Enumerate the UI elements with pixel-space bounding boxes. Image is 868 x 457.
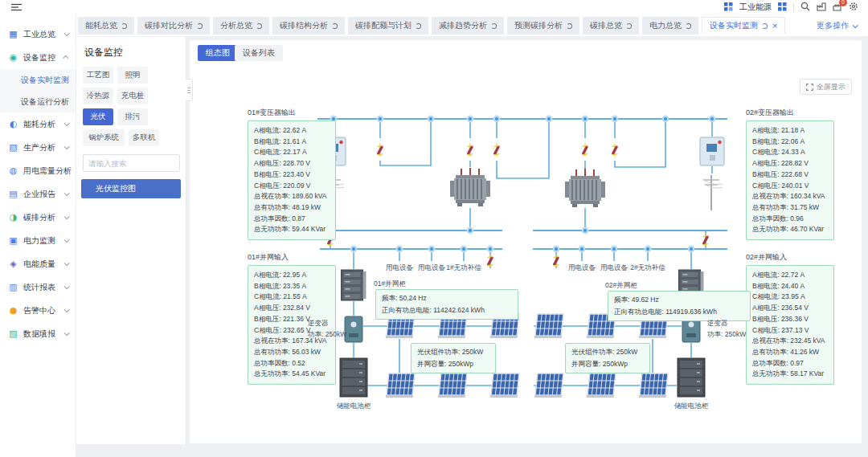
refresh-icon[interactable] [567,23,572,29]
transformer1-output-panel: A相电流: 22.62 A B相电流: 21.61 A C相电流: 22.17 … [248,120,336,240]
data-row: C相电压: 240.01 V [752,181,833,192]
enterprise-icon[interactable] [817,2,826,13]
refresh-icon[interactable] [762,23,768,29]
tab-analysis-overview[interactable]: 分析总览 [213,17,269,35]
category-sewage[interactable]: 排污 [117,108,148,125]
notification-badge: 0 [839,0,847,6]
collapse-menu-icon[interactable] [11,3,22,13]
sidebar-item-power-monitor[interactable]: ▣电力监测 [0,229,76,252]
table-icon: ▥ [8,283,18,292]
data-row: 总功率因数: 0.87 [254,214,335,225]
data-row: A相电流: 21.18 A [752,125,833,137]
load-device-label: 用电设备 [383,263,416,273]
grid-icon: ▦ [8,30,18,39]
sidebar-item-industry-overview[interactable]: ▦工业总览 [0,22,76,46]
control-box-2 [700,137,724,165]
bell-icon: ● [8,306,18,315]
inverter2-power-label: 功率: 250kW [707,330,746,340]
sidebar-item-data-filling[interactable]: ▨数据填报 [0,322,76,345]
energy-value: 正向有功总电能: 114919.636 kWh [614,306,744,318]
list-item-pv-monitor-diagram[interactable]: 光伏监控图 [81,179,181,198]
utility-pole-2 [703,175,723,210]
chevron-down-icon [64,307,70,312]
tab-carbon-quota[interactable]: 碳排配额与计划 [348,17,428,35]
grid-input2-title: 02#并网输入 [746,252,787,263]
feeder-lines [330,119,712,386]
load-device-label: 用电设备 [566,263,598,273]
tab-carbon-overview[interactable]: 碳排总览 [583,17,639,35]
tab-reduction-trend[interactable]: 减排趋势分析 [432,17,504,35]
sidebar-item-energy-analysis[interactable]: ◐能耗分析 [0,112,76,136]
sidebar-item-enterprise-report[interactable]: ▤企业报告 [0,182,76,206]
settings-gear-icon[interactable] [849,2,858,13]
data-row: 总有功功率: 48.19 kW [254,202,335,214]
sidebar-item-power-quality[interactable]: ◈电能质量 [0,252,76,275]
tab-energy-overview[interactable]: 能耗总览 [78,17,134,35]
grid-input2-panel: A相电流: 22.72 A B相电流: 24.40 A C相电流: 23.95 … [746,265,834,385]
search-icon[interactable] [800,2,810,13]
refresh-icon[interactable] [686,23,691,29]
sidebar-item-device-monitor[interactable]: ◉设备监控 [0,46,76,69]
inverter1-power-label: 功率: 250kW [308,330,346,340]
refresh-icon[interactable] [121,23,127,29]
sidebar-item-alarm-center[interactable]: ●告警中心 [0,299,76,322]
tab-power-overview[interactable]: 电力总览 [642,17,698,35]
refresh-icon[interactable] [332,23,338,29]
pie-chart-icon: ◐ [8,120,18,129]
sidebar-item-device-operation[interactable]: 设备运行分析 [0,91,76,112]
apps-grid-icon[interactable] [724,2,733,13]
tab-carbon-compare[interactable]: 碳排对比分析 [137,17,210,35]
sidebar-item-carbon-analysis[interactable]: ◑碳排分析 [0,206,76,229]
tab-carbon-structure[interactable]: 碳排结构分析 [272,17,345,35]
panel-title: 设备监控 [76,37,186,65]
category-multi-unit[interactable]: 多联机 [129,129,159,146]
close-icon[interactable]: × [772,22,777,31]
data-row: C相电流: 21.55 A [254,292,335,303]
sidebar-item-demand-analysis[interactable]: ◍用电需量分析 [0,159,76,182]
sidebar-item-production-analysis[interactable]: ▧生产分析 [0,136,76,159]
workspace-grid-icon[interactable] [778,2,787,13]
grid-input1-title: 01#并网输入 [248,252,289,263]
energy-value: 正向有功总电能: 114242.624 kWh [382,304,512,316]
refresh-icon[interactable] [197,23,203,29]
transformer-2 [565,169,605,207]
data-row: A相电流: 22.62 A [254,125,335,137]
power-icon: ▣ [8,236,18,245]
search-input[interactable] [83,154,180,172]
refresh-icon[interactable] [626,23,632,29]
data-row: 总视在功率: 189.60 kVA [254,191,335,202]
reactive-comp1-label: 1#无功补偿 [441,263,486,273]
category-ev-charger[interactable]: 充电桩 [117,88,148,104]
data-row: 总视在功率: 232.45 kVA [752,336,833,347]
sidebar-item-statistics-report[interactable]: ▥统计报表 [0,275,76,299]
category-process-diagram[interactable]: 工艺图 [83,67,113,84]
sidebar-item-device-realtime[interactable]: 设备实时监测 [0,69,76,91]
category-photovoltaic[interactable]: 光伏 [83,108,113,125]
more-operations-button[interactable]: 更多操作 [817,20,857,31]
pv-power: 光伏组件功率: 250kW [417,346,489,358]
top-header-bar: 工业能源 0 [0,0,868,14]
transformer-1 [450,168,490,206]
leaf-icon: ◑ [8,213,18,222]
transformer2-output-title: 02#变压器输出 [746,108,794,118]
transformer1-output-title: 01#变压器输出 [248,108,296,118]
refresh-icon[interactable] [256,23,262,29]
chevron-down-icon [64,260,70,266]
category-boiler-system[interactable]: 锅炉系统 [83,129,125,146]
tab-strip: 能耗总览 碳排对比分析 分析总览 碳排结构分析 碳排配额与计划 减排趋势分析 预… [76,14,868,37]
data-row: B相电流: 23.35 A [254,281,335,292]
panel-collapse-handle[interactable] [186,79,193,101]
data-row: B相电压: 236.36 V [752,314,833,325]
category-hvac-source[interactable]: 冷热源 [83,88,113,104]
chevron-up-icon [63,55,68,61]
tab-carbon-forecast[interactable]: 预测碳排分析 [507,17,579,35]
refresh-icon[interactable] [416,23,421,29]
refresh-icon[interactable] [491,23,497,29]
battery2-label: 储能电池柜 [672,402,710,411]
factory-notification-icon[interactable]: 0 [833,2,842,13]
category-lighting[interactable]: 照明 [117,67,148,84]
tab-device-realtime[interactable]: 设备实时监测× [702,17,785,35]
device-monitor-panel: 设备监控 工艺图 照明 冷热源 充电桩 光伏 排污 锅炉系统 多联机 光伏监控图 [76,37,186,444]
data-row: A相电流: 22.72 A [752,270,833,281]
chevron-down-icon [64,237,70,243]
